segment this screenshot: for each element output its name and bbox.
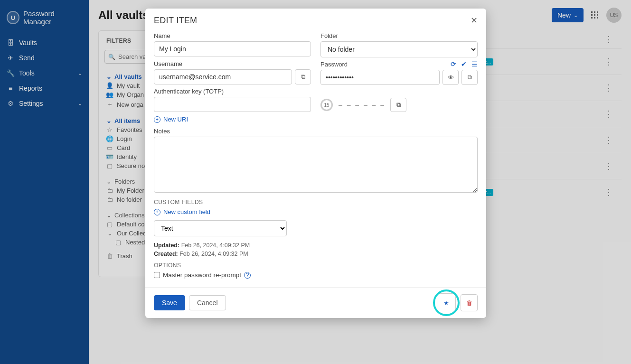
plus-circle-icon: + <box>154 209 160 215</box>
copy-icon: ⧉ <box>301 73 305 81</box>
copy-icon: ⧉ <box>396 101 401 109</box>
updated-meta: Updated: Feb 26, 2024, 4:09:32 PM <box>154 242 478 249</box>
password-label: Password <box>320 61 348 68</box>
created-meta: Created: Feb 26, 2024, 4:09:32 PM <box>154 251 478 257</box>
notes-label: Notes <box>154 128 478 135</box>
password-input[interactable] <box>320 70 440 85</box>
name-input[interactable] <box>154 41 311 56</box>
close-button[interactable]: ✕ <box>471 15 478 26</box>
generate-password-icon[interactable]: ⟳ <box>451 60 456 68</box>
favorite-button[interactable]: ★ <box>437 293 456 312</box>
copy-totp-button[interactable]: ⧉ <box>390 98 406 112</box>
notes-textarea[interactable] <box>154 137 478 193</box>
trash-icon: 🗑 <box>466 299 472 307</box>
reprompt-checkbox[interactable] <box>154 272 160 278</box>
save-button[interactable]: Save <box>154 295 185 310</box>
custom-field-type-select[interactable]: Text <box>154 220 287 236</box>
username-input[interactable] <box>154 69 292 84</box>
totp-input[interactable] <box>154 97 311 112</box>
copy-username-button[interactable]: ⧉ <box>295 69 311 84</box>
password-history-icon[interactable]: ☰ <box>471 60 478 68</box>
folder-select[interactable]: No folder <box>320 41 478 57</box>
reprompt-label: Master password re-prompt <box>163 271 241 279</box>
star-icon: ★ <box>443 299 449 307</box>
new-custom-field-link[interactable]: + New custom field <box>154 208 478 215</box>
folder-label: Folder <box>320 32 478 39</box>
plus-circle-icon: + <box>154 116 160 123</box>
copy-password-button[interactable]: ⧉ <box>461 70 478 85</box>
totp-timer: 15 <box>320 99 333 111</box>
cancel-button[interactable]: Cancel <box>189 295 226 310</box>
name-label: Name <box>154 32 311 39</box>
help-icon[interactable]: ? <box>244 272 251 279</box>
edit-item-modal: EDIT ITEM ✕ Name Folder No folder Userna… <box>145 9 486 318</box>
eye-icon: 👁 <box>448 74 454 81</box>
delete-button[interactable]: 🗑 <box>461 294 478 311</box>
custom-fields-heading: CUSTOM FIELDS <box>154 199 478 205</box>
copy-icon: ⧉ <box>468 74 472 81</box>
new-uri-link[interactable]: + New URI <box>154 116 478 123</box>
totp-code: – – – – – – <box>339 102 385 109</box>
totp-label: Authenticator key (TOTP) <box>154 88 311 95</box>
check-password-icon[interactable]: ✔ <box>461 60 467 68</box>
toggle-password-button[interactable]: 👁 <box>443 70 459 85</box>
username-label: Username <box>154 60 311 67</box>
options-heading: OPTIONS <box>154 262 478 269</box>
modal-title: EDIT ITEM <box>154 16 197 26</box>
